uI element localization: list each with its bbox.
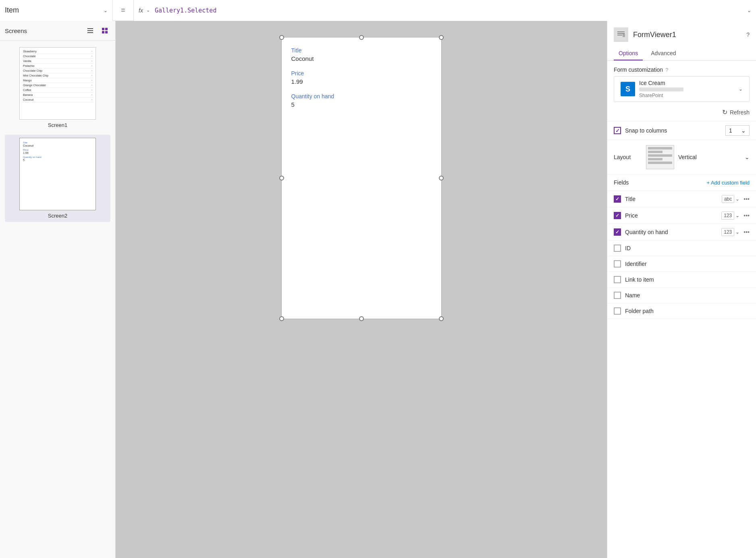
field-row-qty[interactable]: Quantity on hand 123 ⌄ ••• (607, 224, 756, 241)
list-view-icon[interactable] (85, 25, 96, 36)
svg-rect-3 (102, 28, 104, 30)
field-row-id[interactable]: ID (607, 241, 756, 256)
list-item: Coconut› (21, 97, 94, 102)
screens-title: Screens (5, 27, 85, 34)
form-customization-help-icon[interactable]: ? (665, 67, 668, 73)
svg-rect-4 (105, 28, 108, 30)
tab-advanced[interactable]: Advanced (646, 47, 681, 60)
fields-title: Fields (614, 179, 706, 186)
field-type-badge-title[interactable]: abc (722, 195, 734, 203)
layout-select[interactable]: Vertical ⌄ (678, 154, 750, 160)
snap-columns-select[interactable]: 1 ⌄ (725, 125, 750, 136)
add-custom-field-button[interactable]: + Add custom field (706, 180, 750, 186)
thumb-form-value: Coconut (23, 144, 92, 147)
snap-to-columns-label: Snap to columns (625, 127, 721, 134)
thumb-form-label: Price (23, 149, 92, 151)
screens-icons (85, 25, 110, 36)
datasource-type: SharePoint (639, 93, 739, 98)
screen2-thumb[interactable]: Title Coconut Price 1.99 Quantity on han… (5, 135, 110, 222)
field-checkbox-title[interactable] (614, 195, 621, 203)
panel-tabs: Options Advanced (607, 47, 756, 61)
list-item: Mint Chocolate Chip› (21, 73, 94, 78)
field-checkbox-link[interactable] (614, 276, 621, 283)
formula-bar[interactable]: fx ⌄ Gallery1.Selected ⌄ (134, 0, 756, 21)
form-price-label: Price (291, 70, 432, 77)
snap-columns-chevron-icon: ⌄ (741, 127, 746, 134)
handle-tr[interactable] (439, 35, 444, 40)
svg-rect-8 (617, 31, 625, 32)
field-row-name[interactable]: Name (607, 288, 756, 303)
tab-options[interactable]: Options (614, 47, 643, 60)
field-row-link[interactable]: Link to item (607, 272, 756, 288)
list-item: Orange Chocolate› (21, 83, 94, 88)
list-item: Banana› (21, 93, 94, 97)
svg-rect-0 (87, 28, 93, 29)
handle-bl[interactable] (279, 316, 284, 321)
list-item: Coffee› (21, 88, 94, 93)
handle-mr[interactable] (439, 176, 444, 180)
handle-bc[interactable] (359, 316, 364, 321)
item-selector[interactable]: Item ⌄ (0, 0, 113, 21)
field-checkbox-price[interactable] (614, 212, 621, 219)
handle-ml[interactable] (279, 176, 284, 180)
layout-line (648, 147, 672, 149)
help-icon[interactable]: ? (746, 31, 750, 38)
field-row-identifier[interactable]: Identifier (607, 256, 756, 272)
datasource-row[interactable]: S Ice Cream SharePoint ⌄ (614, 76, 750, 102)
field-row-folder-path[interactable]: Folder path (607, 303, 756, 319)
grid-view-icon[interactable] (99, 25, 110, 36)
screens-list: Strawberry› Chocolate› Vanilla› Pistachi… (0, 41, 115, 228)
thumb-form: Title Coconut Price 1.99 Quantity on han… (20, 138, 96, 166)
thumb-form-label: Title (23, 141, 92, 144)
field-name-price: Price (625, 212, 717, 219)
form-title-label: Title (291, 47, 432, 54)
snap-to-columns-checkbox[interactable] (614, 127, 621, 134)
field-type-badge-price[interactable]: 123 (721, 212, 734, 220)
refresh-label: Refresh (730, 109, 750, 116)
layout-label: Layout (614, 154, 646, 160)
canvas-area[interactable]: Title Coconut Price 1.99 Quantity on han… (116, 21, 607, 558)
formula-chevron-icon: ⌄ (146, 8, 150, 13)
thumb-form-value: 5 (23, 159, 92, 162)
formviewer-icon (614, 27, 628, 42)
field-menu-price[interactable]: ••• (744, 212, 750, 219)
svg-rect-5 (102, 31, 104, 33)
field-type-price: 123 ⌄ (721, 212, 739, 220)
thumb-form-value: 1.99 (23, 151, 92, 154)
field-type-chevron-icon: ⌄ (735, 196, 739, 202)
handle-br[interactable] (439, 316, 444, 321)
layout-line (648, 162, 672, 164)
handle-tc[interactable] (359, 35, 364, 40)
svg-rect-1 (87, 30, 93, 31)
field-checkbox-id[interactable] (614, 245, 621, 252)
field-type-badge-qty[interactable]: 123 (721, 228, 734, 236)
field-checkbox-name[interactable] (614, 292, 621, 299)
field-row-title[interactable]: Title abc ⌄ ••• (607, 191, 756, 207)
layout-preview (646, 145, 674, 169)
field-name-folder-path: Folder path (625, 308, 750, 314)
field-checkbox-qty[interactable] (614, 228, 621, 236)
field-menu-title[interactable]: ••• (744, 196, 750, 202)
field-row-price[interactable]: Price 123 ⌄ ••• (607, 207, 756, 224)
svg-rect-10 (617, 35, 622, 35)
field-menu-qty[interactable]: ••• (744, 229, 750, 235)
screens-header: Screens (0, 21, 115, 41)
fields-section: Fields + Add custom field Title abc ⌄ ••… (607, 174, 756, 319)
form-title-value: Coconut (291, 55, 432, 62)
handle-tl[interactable] (279, 35, 284, 40)
field-checkbox-folder-path[interactable] (614, 307, 621, 315)
form-card[interactable]: Title Coconut Price 1.99 Quantity on han… (281, 37, 442, 319)
form-card-content: Title Coconut Price 1.99 Quantity on han… (282, 37, 441, 126)
list-item: Vanilla› (21, 59, 94, 64)
field-name-qty: Quantity on hand (625, 229, 717, 235)
screen1-thumb[interactable]: Strawberry› Chocolate› Vanilla› Pistachi… (5, 47, 110, 128)
field-checkbox-identifier[interactable] (614, 260, 621, 268)
field-name-id: ID (625, 245, 750, 251)
form-qty-value: 5 (291, 101, 432, 108)
field-name-link: Link to item (625, 276, 750, 283)
refresh-button[interactable]: ↻ Refresh (722, 108, 750, 116)
datasource-url (639, 87, 683, 91)
list-item: Pistachio› (21, 64, 94, 68)
refresh-icon: ↻ (722, 108, 727, 116)
layout-value: Vertical (678, 154, 697, 160)
